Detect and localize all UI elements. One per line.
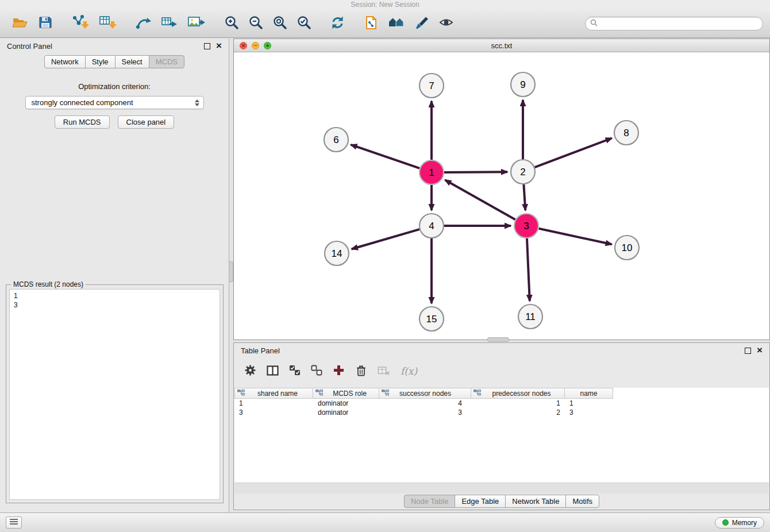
control-panel: Control Panel × Network Style Select MCD… xyxy=(0,38,229,512)
column-header-mcds-role[interactable]: MCDS role xyxy=(313,388,379,399)
search-input[interactable] xyxy=(600,19,758,28)
delete-row-button[interactable] xyxy=(355,364,367,379)
export-image-button[interactable] xyxy=(186,14,207,33)
table-cell: dominator xyxy=(313,408,379,417)
zoom-in-button[interactable] xyxy=(223,14,240,33)
edge-3-11[interactable] xyxy=(527,238,530,301)
import-table-button[interactable] xyxy=(98,13,118,33)
horizontal-splitter-handle[interactable] xyxy=(487,337,509,342)
copy-document-icon xyxy=(364,15,379,32)
copy-view-button[interactable] xyxy=(363,14,380,33)
edge-1-2[interactable] xyxy=(444,172,507,172)
save-session-button[interactable] xyxy=(37,14,54,33)
table-row[interactable]: 3dominator323 xyxy=(234,408,769,417)
tab-edge-table[interactable]: Edge Table xyxy=(455,495,506,508)
column-header-predecessor-nodes[interactable]: predecessor nodes xyxy=(471,388,565,399)
new-network-button[interactable] xyxy=(134,14,153,33)
maximize-window-button[interactable]: + xyxy=(264,42,271,49)
show-hide-button[interactable] xyxy=(437,14,455,33)
mcds-result-title: MCDS result (2 nodes) xyxy=(11,280,86,288)
tab-mcds[interactable]: MCDS xyxy=(149,55,184,68)
graph-node-label: 3 xyxy=(523,221,529,232)
first-neighbors-button[interactable] xyxy=(387,14,406,33)
column-header-name[interactable]: name xyxy=(565,388,613,399)
tab-node-table[interactable]: Node Table xyxy=(404,495,456,508)
dropdown-arrows-icon xyxy=(195,99,199,106)
export-image-icon xyxy=(187,15,206,32)
zoom-fit-button[interactable] xyxy=(271,14,288,33)
select-all-button[interactable] xyxy=(289,365,301,377)
graph-node-label: 9 xyxy=(520,79,525,90)
table-scrollbar-track[interactable] xyxy=(234,483,769,494)
memory-button[interactable]: Memory xyxy=(715,517,764,529)
node-table-header: shared name MCDS role successor nodes pr… xyxy=(234,388,769,399)
column-header-successor-nodes[interactable]: successor nodes xyxy=(379,388,471,399)
task-history-button[interactable] xyxy=(6,516,22,529)
hierarchy-icon xyxy=(382,390,389,398)
close-window-button[interactable]: × xyxy=(240,42,247,49)
network-window: scc.txt × − + 7968124314101511 xyxy=(233,38,770,340)
edge-2-3[interactable] xyxy=(523,184,525,210)
vertical-splitter-handle[interactable] xyxy=(229,261,233,282)
close-table-panel-icon[interactable]: × xyxy=(757,348,763,353)
zoom-in-icon xyxy=(224,15,239,32)
apply-style-button[interactable] xyxy=(413,14,430,33)
mcds-result-item[interactable]: 3 xyxy=(14,300,215,310)
float-panel-icon[interactable] xyxy=(204,43,210,49)
gear-icon xyxy=(244,364,256,378)
close-panel-icon[interactable]: × xyxy=(216,43,222,49)
minimize-window-button[interactable]: − xyxy=(252,42,259,49)
mcds-result-list[interactable]: 13 xyxy=(9,289,220,500)
criterion-dropdown[interactable]: strongly connected component xyxy=(25,96,204,109)
edge-1-6[interactable] xyxy=(351,145,420,168)
run-mcds-button[interactable]: Run MCDS xyxy=(55,115,110,129)
network-window-title: scc.txt xyxy=(234,41,769,50)
mcds-result-item[interactable]: 1 xyxy=(14,291,215,300)
zoom-out-button[interactable] xyxy=(247,14,264,33)
open-session-button[interactable] xyxy=(10,14,30,33)
export-table-icon xyxy=(161,15,178,32)
zoom-selected-button[interactable] xyxy=(295,14,313,33)
list-icon xyxy=(9,518,18,527)
toolbar-separator xyxy=(350,23,359,24)
refresh-button[interactable] xyxy=(329,14,346,33)
table-settings-button[interactable] xyxy=(244,364,256,378)
import-table-icon xyxy=(99,14,117,32)
table-cell: 4 xyxy=(379,399,471,407)
plus-icon xyxy=(333,364,345,378)
tab-motifs[interactable]: Motifs xyxy=(565,495,599,508)
edge-3-10[interactable] xyxy=(539,229,612,245)
mcds-result-box: MCDS result (2 nodes) 13 xyxy=(6,284,224,503)
table-cell: 1 xyxy=(471,399,565,407)
deselect-all-button[interactable] xyxy=(311,365,322,377)
float-table-panel-icon[interactable] xyxy=(745,348,751,354)
optimization-criterion-label: Optimization criterion: xyxy=(0,82,229,91)
graph-node-label: 4 xyxy=(429,221,434,232)
column-header-shared-name[interactable]: shared name xyxy=(234,388,313,399)
tab-style[interactable]: Style xyxy=(85,55,116,68)
network-window-titlebar[interactable]: scc.txt × − + xyxy=(234,39,769,52)
import-network-button[interactable] xyxy=(70,13,91,33)
delete-column-icon xyxy=(378,365,390,377)
edge-3-1[interactable] xyxy=(445,180,515,219)
zoom-selected-icon xyxy=(297,15,311,32)
tab-network-table[interactable]: Network Table xyxy=(505,495,566,508)
export-table-button[interactable] xyxy=(160,14,179,33)
table-tabs: Node Table Edge Table Network Table Moti… xyxy=(234,495,769,508)
search-field[interactable] xyxy=(585,17,763,30)
tab-select[interactable]: Select xyxy=(115,55,149,68)
edge-4-14[interactable] xyxy=(352,229,419,249)
column-chooser-button[interactable] xyxy=(267,365,279,378)
tab-network[interactable]: Network xyxy=(44,55,86,68)
close-panel-button[interactable]: Close panel xyxy=(118,115,175,129)
network-canvas[interactable]: 7968124314101511 xyxy=(234,52,769,340)
edge-2-8[interactable] xyxy=(535,138,612,168)
memory-label: Memory xyxy=(732,519,757,527)
trash-icon xyxy=(355,364,367,379)
deselect-all-icon xyxy=(311,365,322,377)
table-row[interactable]: 1dominator411 xyxy=(234,399,769,408)
add-row-button[interactable] xyxy=(333,364,345,378)
table-cell: 2 xyxy=(471,408,565,417)
table-cell: 3 xyxy=(379,408,471,417)
memory-status-icon xyxy=(722,519,729,526)
